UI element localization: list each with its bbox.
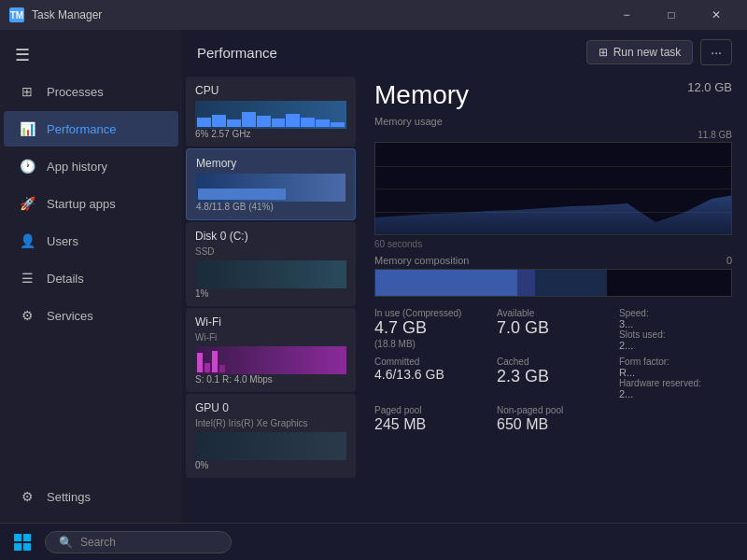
panel-title: Performance: [197, 45, 277, 61]
stat-paged: Paged pool 245 MB: [374, 405, 487, 433]
cpu-mini-chart: [195, 101, 346, 129]
resource-item-memory[interactable]: Memory 4.8/11.8 GB (41%): [186, 148, 356, 220]
sidebar-item-details[interactable]: ☰ Details: [4, 260, 178, 296]
maximize-button[interactable]: □: [650, 0, 693, 30]
sidebar-item-performance[interactable]: 📊 Performance: [4, 111, 178, 147]
resource-name: GPU 0: [195, 401, 229, 414]
sidebar-item-startup-apps[interactable]: 🚀 Startup apps: [4, 186, 178, 221]
svg-marker-0: [375, 161, 731, 234]
sidebar-item-label: Details: [47, 272, 84, 286]
stat-value: 2.3 GB: [497, 367, 610, 387]
sidebar-item-processes[interactable]: ⊞ Processes: [4, 74, 178, 109]
search-placeholder: Search: [80, 536, 116, 549]
hw-value: 2...: [619, 388, 732, 399]
sidebar-item-label: Users: [47, 234, 78, 248]
performance-icon: 📊: [19, 120, 35, 137]
stat-cached: Cached 2.3 GB: [497, 357, 610, 399]
memory-usage-label: Memory usage: [374, 116, 732, 127]
mem-standby-segment: [535, 270, 606, 296]
resource-item-disk[interactable]: Disk 0 (C:) SSD 1%: [186, 222, 356, 306]
main-container: ☰ ⊞ Processes 📊 Performance 🕐 App histor…: [0, 30, 747, 523]
resource-list: CPU: [182, 71, 359, 523]
sidebar-item-users[interactable]: 👤 Users: [4, 223, 178, 259]
svg-rect-3: [14, 543, 21, 551]
hamburger-menu[interactable]: ☰: [0, 37, 182, 73]
mem-free-segment: [607, 270, 731, 296]
resource-name: CPU: [195, 84, 218, 97]
speed-label: Speed:: [619, 308, 732, 318]
resource-header: Disk 0 (C:): [195, 230, 346, 243]
stat-compressed: (18.8 MB): [374, 339, 487, 349]
stat-available: Available 7.0 GB: [497, 308, 610, 351]
svg-rect-1: [14, 534, 21, 541]
sidebar-item-label: Services: [47, 309, 93, 323]
memory-detail-panel: Memory 12.0 GB Memory usage 11.8 GB: [359, 71, 747, 523]
stat-inuse: In use (Compressed) 4.7 GB (18.8 MB): [374, 308, 487, 351]
stat-label: Paged pool: [374, 405, 487, 415]
run-task-label: Run new task: [613, 46, 682, 59]
disk-mini-chart: [195, 260, 346, 288]
window-controls: − □ ✕: [605, 0, 738, 30]
resource-item-cpu[interactable]: CPU: [186, 77, 356, 147]
resource-value: 4.8/11.8 GB (41%): [196, 202, 345, 212]
memory-max-label: 11.8 GB: [698, 130, 732, 140]
memory-mini-chart: [196, 174, 345, 202]
stat-value: 4.7 GB: [374, 318, 487, 339]
form-label: Form factor:: [619, 357, 732, 367]
resource-subtitle: Intel(R) Iris(R) Xe Graphics: [195, 418, 346, 428]
mem-modified-segment: [517, 270, 535, 296]
memory-stats-grid: In use (Compressed) 4.7 GB (18.8 MB) Ava…: [374, 308, 732, 433]
app-title: Task Manager: [32, 8, 605, 21]
hw-label: Hardware reserved:: [619, 378, 732, 388]
processes-icon: ⊞: [19, 83, 35, 100]
stat-value: 7.0 GB: [497, 318, 610, 339]
more-options-button[interactable]: ···: [700, 39, 732, 65]
stat-label: Non-paged pool: [497, 405, 610, 415]
services-icon: ⚙: [19, 307, 35, 324]
performance-header: Performance ⊞ Run new task ···: [182, 30, 747, 71]
sidebar-item-label: Performance: [47, 122, 116, 136]
search-icon: 🔍: [59, 536, 73, 549]
slots-value: 2...: [619, 340, 732, 351]
sidebar: ☰ ⊞ Processes 📊 Performance 🕐 App histor…: [0, 30, 182, 523]
resource-name: Memory: [196, 157, 236, 170]
memory-total: 12.0 GB: [687, 80, 732, 94]
resource-name: Disk 0 (C:): [195, 230, 248, 243]
sidebar-item-label: App history: [47, 160, 107, 174]
resource-item-wifi[interactable]: Wi-Fi Wi-Fi S: 0.1 R: 4.0 Mbps: [186, 308, 356, 392]
memory-composition-bar: [374, 269, 732, 297]
memory-title-row: Memory 12.0 GB: [374, 80, 732, 110]
resource-subtitle: Wi-Fi: [195, 332, 346, 343]
composition-title: Memory composition: [374, 255, 469, 266]
form-value: R...: [619, 367, 732, 378]
sidebar-item-app-history[interactable]: 🕐 App history: [4, 148, 178, 184]
stat-speed: Speed: 3... Slots used: 2...: [619, 308, 732, 351]
stat-label: In use (Compressed): [374, 308, 487, 318]
stat-label: Committed: [374, 357, 487, 367]
composition-right: 0: [726, 255, 732, 266]
resource-header: GPU 0: [195, 401, 346, 414]
details-icon: ☰: [19, 270, 35, 287]
mem-inuse-segment: [375, 270, 517, 296]
windows-logo-icon: [13, 533, 32, 552]
minimize-button[interactable]: −: [605, 0, 648, 30]
taskbar: 🔍 Search: [0, 523, 747, 560]
sidebar-item-services[interactable]: ⚙ Services: [4, 298, 178, 333]
close-button[interactable]: ✕: [695, 0, 738, 30]
gpu-mini-chart: [195, 432, 346, 460]
run-new-task-button[interactable]: ⊞ Run new task: [586, 40, 694, 64]
stat-value: 4.6/13.6 GB: [374, 367, 487, 383]
resource-item-gpu[interactable]: GPU 0 Intel(R) Iris(R) Xe Graphics 0%: [186, 394, 356, 478]
taskbar-search[interactable]: 🔍 Search: [45, 531, 232, 553]
speed-value: 3...: [619, 318, 732, 329]
resource-header: CPU: [195, 84, 346, 97]
sidebar-item-settings[interactable]: ⚙ Settings: [4, 479, 178, 514]
start-button[interactable]: [7, 527, 37, 557]
seconds-label: 60 seconds: [374, 239, 732, 249]
stat-nonpaged: Non-paged pool 650 MB: [497, 405, 610, 433]
app-icon: TM: [9, 7, 24, 22]
svg-rect-4: [23, 543, 31, 551]
header-actions: ⊞ Run new task ···: [586, 39, 732, 65]
run-task-icon: ⊞: [599, 46, 608, 59]
resource-header: Memory: [196, 157, 345, 170]
